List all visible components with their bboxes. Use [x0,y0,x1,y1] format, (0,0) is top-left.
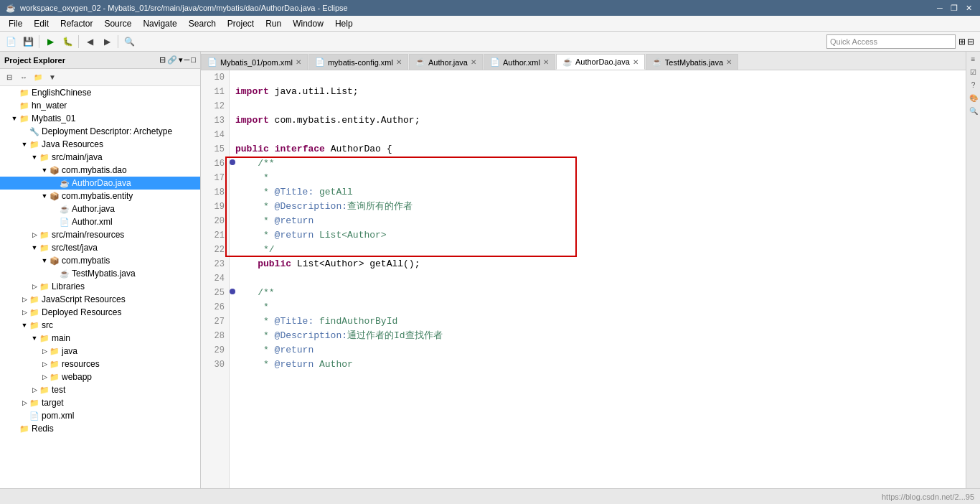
code-line-18: * @Title: getAll [235,185,960,200]
line-number-21: 21 [205,228,225,243]
tree-item-src-main-resources[interactable]: ▷📁src/main/resources [0,228,200,241]
run-button[interactable]: ▶ [42,34,58,50]
tree-item-main[interactable]: ▼📁main [0,332,200,345]
tab-pom-xml[interactable]: 📄Mybatis_01/pom.xml✕ [201,54,308,70]
sidebar-title: Project Explorer [4,56,65,65]
menu-item-edit[interactable]: Edit [28,17,55,30]
tab-close-testmybatis-java[interactable]: ✕ [726,58,732,66]
tree-item-src-test-java[interactable]: ▼📁src/test/java [0,241,200,254]
tree-icon-libraries: 📁 [39,281,50,292]
tree-item-deployed-resources[interactable]: ▷📁Deployed Resources [0,306,200,319]
tree-item-webapp[interactable]: ▷📁webapp [0,370,200,383]
tree-item-com-mybatis-test[interactable]: ▼📦com.mybatis [0,254,200,267]
debug-button[interactable]: 🐛 [60,34,75,50]
tree-item-resources[interactable]: ▷📁resources [0,358,200,370]
tree-arrow-com-mybatis-dao: ▼ [40,167,49,174]
collapse-button[interactable]: ⊟ [3,71,16,84]
tab-author-xml[interactable]: 📄Author.xml✕ [484,54,555,70]
tree-item-java[interactable]: ▷📁java [0,345,200,358]
menu-item-window[interactable]: Window [287,17,329,30]
menu-item-refactor[interactable]: Refactor [55,17,98,30]
minimize-button[interactable]: ─ [934,2,946,14]
task-list-icon[interactable]: ☑ [968,66,979,78]
search-button[interactable]: 🔍 [121,34,137,50]
tree-item-deployment[interactable]: 🔧Deployment Descriptor: Archetype [0,125,200,138]
link-with-editor-icon[interactable]: 🔗 [167,55,177,65]
tree-item-redis[interactable]: 📁Redis [0,422,200,435]
collapse-all-icon[interactable]: ⊟ [159,55,166,65]
tree-item-java-resources[interactable]: ▼📁Java Resources [0,138,200,151]
tab-testmybatis-java[interactable]: ☕TestMybatis.java✕ [646,54,738,70]
tab-authordao-java[interactable]: ☕AuthorDao.java✕ [556,54,645,70]
open-perspective-icon[interactable]: ⊞ [958,37,966,47]
tab-close-pom-xml[interactable]: ✕ [296,58,301,66]
new-folder-button[interactable]: 📁 [32,71,44,84]
tree-item-testmybatis-java[interactable]: ☕TestMybatis.java [0,267,200,280]
menu-item-project[interactable]: Project [222,17,260,30]
line-number-20: 20 [205,214,225,228]
tree-item-author-xml[interactable]: 📄Author.xml [0,215,200,228]
search-view-icon[interactable]: 🔍 [968,105,979,116]
cheatsheets-icon[interactable]: ? [968,79,979,90]
menu-item-source[interactable]: Source [98,17,137,30]
menu-item-help[interactable]: Help [329,17,359,30]
line-number-28: 28 [205,329,225,343]
tree-item-test[interactable]: ▷📁test [0,383,200,396]
menu-item-file[interactable]: File [3,17,28,30]
code-line-21: * @return List<Author> [235,228,960,243]
save-button[interactable]: 💾 [20,34,36,50]
tree-item-libraries[interactable]: ▷📁Libraries [0,280,200,293]
code-line-14 [235,128,960,142]
tab-close-author-java[interactable]: ✕ [471,58,476,66]
tree-item-src-main-java[interactable]: ▼📁src/main/java [0,151,200,164]
tree-item-hn-water[interactable]: 📁hn_water [0,99,200,112]
tree-arrow-java: ▷ [40,347,49,355]
tree-label-src-main-resources: src/main/resources [52,230,124,240]
tab-icon-author-xml: 📄 [490,57,500,67]
palette-icon[interactable]: 🎨 [968,92,979,103]
tree-label-deployment: Deployment Descriptor: Archetype [42,126,172,136]
tree-item-javascript-resources[interactable]: ▷📁JavaScript Resources [0,293,200,306]
tree-item-author-java[interactable]: ☕Author.java [0,202,200,215]
tab-close-author-xml[interactable]: ✕ [543,58,549,66]
code-line-12 [235,99,960,113]
tab-mybatis-config[interactable]: 📄mybatis-config.xml✕ [308,54,408,70]
menu-item-run[interactable]: Run [260,17,287,30]
outline-icon[interactable]: ≡ [968,53,979,65]
tab-close-mybatis-config[interactable]: ✕ [396,58,402,66]
tab-author-java[interactable]: ☕Author.java✕ [409,54,483,70]
customize-perspective-icon[interactable]: ⊟ [967,37,974,47]
tree-item-authordao-java[interactable]: ☕AuthorDao.java [0,177,200,190]
close-button[interactable]: ✕ [963,2,974,14]
code-line-20: * @return [235,214,960,228]
code-editor[interactable]: 1011121314151617181920212223242526272829… [201,70,966,488]
link-editor-button[interactable]: ↔ [17,71,30,84]
quick-access-input[interactable]: Quick Access [826,34,956,49]
tree-item-com-mybatis-dao[interactable]: ▼📦com.mybatis.dao [0,164,200,177]
restore-button[interactable]: ❐ [948,2,960,14]
code-line-26: * [235,300,960,314]
tab-icon-authordao-java: ☕ [562,57,573,67]
menu-item-search[interactable]: Search [183,17,222,30]
tree-label-com-mybatis-test: com.mybatis [62,256,110,266]
menu-item-navigate[interactable]: Navigate [137,17,182,30]
tab-close-authordao-java[interactable]: ✕ [633,58,639,66]
tree-item-english-chinese[interactable]: 📁EnglishChinese [0,86,200,99]
filters-button[interactable]: ▼ [46,71,59,84]
tree-item-mybatis01[interactable]: ▼📁Mybatis_01 [0,112,200,125]
code-line-16: /** [235,157,960,171]
new-button[interactable]: 📄 [3,34,19,50]
line-number-23: 23 [205,257,225,271]
tree-item-com-mybatis-entity[interactable]: ▼📦com.mybatis.entity [0,190,200,202]
minimize-view-icon[interactable]: ─ [184,55,190,65]
tree-item-src[interactable]: ▼📁src [0,319,200,332]
tree-icon-author-xml: 📄 [59,216,70,228]
view-menu-icon[interactable]: ▾ [179,55,183,65]
tree-item-target[interactable]: ▷📁target [0,396,200,409]
back-button[interactable]: ◀ [82,34,98,50]
tree-item-pom-xml[interactable]: 📄pom.xml [0,409,200,422]
maximize-view-icon[interactable]: □ [191,55,196,65]
forward-button[interactable]: ▶ [99,34,115,50]
code-lines: import java.util.List;import com.mybatis… [230,70,966,488]
tree-arrow-src-main-resources: ▷ [30,231,39,238]
